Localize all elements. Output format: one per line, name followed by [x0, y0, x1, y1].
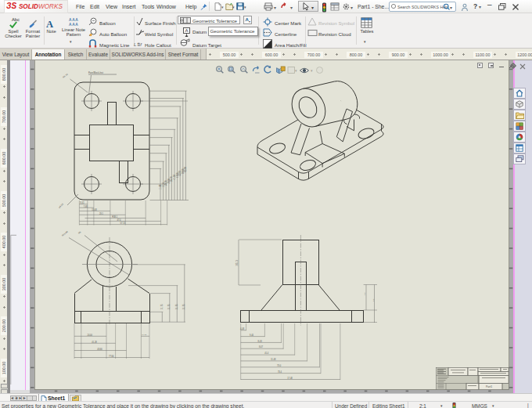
- svg-text:31.75: 31.75: [182, 304, 185, 309]
- svg-text:65.98: 65.98: [184, 166, 187, 172]
- svg-text:9.44: 9.44: [250, 334, 254, 337]
- svg-text:31.75: 31.75: [160, 304, 164, 309]
- svg-text:73.4: 73.4: [278, 370, 282, 374]
- svg-text:R15.88: R15.88: [61, 230, 69, 237]
- svg-text:73.0: 73.0: [277, 364, 282, 367]
- svg-text:⌀9.53: ⌀9.53: [58, 203, 64, 209]
- svg-text:15.08: 15.08: [92, 208, 97, 211]
- svg-text:Part1: Part1: [486, 385, 492, 388]
- svg-text:59.88: 59.88: [182, 168, 185, 174]
- svg-text:35.48: 35.48: [170, 176, 173, 182]
- svg-text:44.45: 44.45: [142, 334, 147, 336]
- svg-text:8.41: 8.41: [81, 201, 85, 204]
- svg-text:31.75: 31.75: [175, 304, 178, 309]
- svg-text:Poer/Block-Inst: Poer/Block-Inst: [88, 71, 103, 74]
- svg-text:11.48: 11.48: [271, 358, 276, 361]
- svg-text:11.08: 11.08: [159, 184, 162, 190]
- svg-text:3.2: 3.2: [372, 298, 375, 301]
- svg-text:R9: R9: [77, 230, 82, 235]
- svg-text:17.48: 17.48: [287, 377, 293, 380]
- svg-text:41.28: 41.28: [92, 341, 97, 344]
- svg-text:7.48: 7.48: [84, 205, 88, 208]
- svg-text:41.4: 41.4: [264, 352, 269, 355]
- svg-text:R4.76: R4.76: [62, 73, 69, 79]
- svg-text:A: A: [185, 28, 188, 33]
- svg-text:47.4: 47.4: [117, 218, 122, 222]
- svg-text:41.58: 41.58: [173, 174, 176, 179]
- svg-text:105.13: 105.13: [235, 260, 239, 266]
- svg-text:43.66: 43.66: [97, 348, 102, 351]
- svg-text:4.48: 4.48: [240, 327, 245, 330]
- svg-text:8.47: 8.47: [259, 345, 264, 348]
- svg-text:31.75: 31.75: [167, 304, 171, 309]
- svg-text:23.1: 23.1: [99, 212, 104, 215]
- svg-text:53.78: 53.78: [178, 170, 182, 175]
- svg-text:24.00: 24.00: [88, 334, 93, 337]
- svg-text:29.38: 29.38: [167, 178, 171, 183]
- svg-text:23.28: 23.28: [164, 180, 167, 186]
- svg-text:57.15: 57.15: [120, 222, 126, 225]
- svg-text:17.18: 17.18: [162, 182, 165, 187]
- svg-text:47.68: 47.68: [176, 172, 179, 178]
- svg-text:R38.1: R38.1: [112, 215, 117, 218]
- svg-text:7.9: 7.9: [364, 292, 366, 295]
- svg-text:77.66: 77.66: [109, 355, 114, 358]
- svg-text:8.43: 8.43: [258, 340, 263, 343]
